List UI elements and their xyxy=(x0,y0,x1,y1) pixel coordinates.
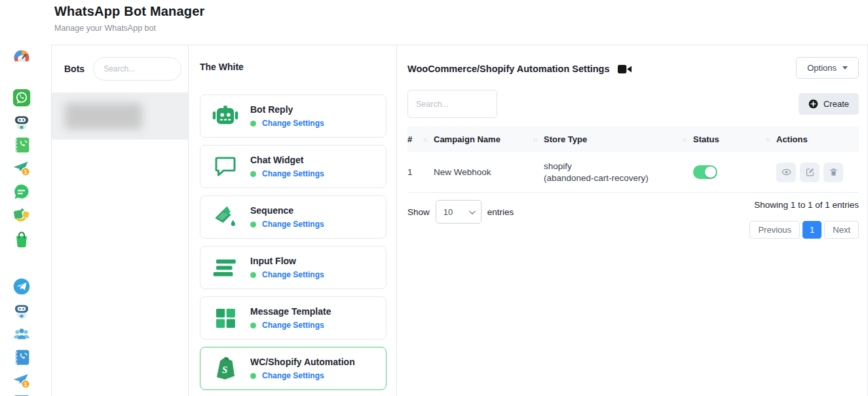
paint-bucket-icon xyxy=(210,203,241,231)
bars-icon xyxy=(210,254,241,281)
card-label: Sequence xyxy=(250,205,324,216)
telegram-broadcast-icon[interactable]: 1 xyxy=(12,372,31,390)
telegram-contacts-icon[interactable] xyxy=(12,348,31,366)
card-message-template[interactable]: Message Template Change Settings xyxy=(200,296,387,340)
delete-button[interactable] xyxy=(823,163,843,182)
edit-icon xyxy=(805,167,815,177)
settings-header: WooCommerce/Shopify Automation Settings … xyxy=(407,57,859,79)
telegram-icon[interactable] xyxy=(12,277,31,296)
page-size-value: 10 xyxy=(443,207,453,217)
column-header-campaign-name[interactable]: Campaign Name↑↓ xyxy=(434,134,544,144)
shopify-icon: S xyxy=(210,355,241,382)
bots-panel-header: Bots xyxy=(52,45,188,92)
entries-label: entries xyxy=(487,207,514,217)
bot-settings-panel: The White Bot Reply Change Settings Chat… xyxy=(189,45,397,396)
settings-title: WooCommerce/Shopify Automation Settings xyxy=(407,64,610,74)
whatsapp-contacts-icon[interactable] xyxy=(12,136,31,154)
table-footer: Show 10 entries Showing 1 to 1 of 1 entr… xyxy=(407,200,859,239)
card-label: WC/Shopify Automation xyxy=(250,357,355,367)
chevron-down-icon xyxy=(469,208,476,214)
change-settings-link[interactable]: Change Settings xyxy=(262,119,324,128)
main-container: Bots The White Bot Reply Change Settings xyxy=(51,45,868,396)
chat-bubble-icon xyxy=(210,153,241,180)
bots-label: Bots xyxy=(64,64,85,74)
page-size-control: Show 10 entries xyxy=(407,200,514,224)
showing-entries-text: Showing 1 to 1 of 1 entries xyxy=(754,200,859,210)
column-header-index[interactable]: #↑↓ xyxy=(407,134,434,144)
app-icon-rail: 1 1 xyxy=(0,0,43,396)
page-size-select[interactable]: 10 xyxy=(436,200,481,224)
status-dot xyxy=(250,323,256,328)
trash-icon xyxy=(829,167,839,177)
sort-icon: ↑↓ xyxy=(683,136,687,143)
create-button[interactable]: Create xyxy=(799,93,859,115)
bot-name-redacted xyxy=(65,103,142,129)
card-chat-widget[interactable]: Chat Widget Change Settings xyxy=(200,145,387,188)
grid-icon xyxy=(210,304,241,332)
whatsapp-bot-manager-app: 1 1 WhatsApp Bot Manager xyxy=(0,0,868,396)
page-title: WhatsApp Bot Manager xyxy=(54,4,205,19)
edit-button[interactable] xyxy=(800,163,820,182)
cell-status xyxy=(693,165,776,179)
card-sequence[interactable]: Sequence Change Settings xyxy=(200,195,387,239)
card-label: Message Template xyxy=(250,306,331,317)
shop-icon[interactable] xyxy=(12,230,31,248)
table-toolbar: Create xyxy=(407,90,859,118)
pagination: Previous 1 Next xyxy=(749,221,859,239)
page-subtitle: Manage your WhatsApp bot xyxy=(54,24,205,33)
change-settings-link[interactable]: Change Settings xyxy=(262,321,324,330)
chevron-down-icon xyxy=(842,66,848,69)
next-page-button[interactable]: Next xyxy=(824,221,859,239)
options-button[interactable]: Options xyxy=(796,57,859,79)
change-settings-link[interactable]: Change Settings xyxy=(262,270,324,279)
telegram-bot-icon[interactable] xyxy=(12,301,31,319)
change-settings-link[interactable]: Change Settings xyxy=(262,169,324,178)
whatsapp-chat-icon[interactable] xyxy=(12,183,31,201)
plus-circle-icon xyxy=(808,99,818,109)
status-dot xyxy=(250,222,256,228)
sort-icon: ↑↓ xyxy=(766,136,770,143)
card-wc-shopify-automation[interactable]: S WC/Shopify Automation Change Settings xyxy=(200,347,387,390)
bots-panel: Bots xyxy=(52,45,189,396)
previous-page-button[interactable]: Previous xyxy=(749,221,800,239)
status-toggle[interactable] xyxy=(693,165,717,179)
current-page-button[interactable]: 1 xyxy=(802,221,821,239)
selected-bot-name: The White xyxy=(200,62,387,72)
view-button[interactable] xyxy=(776,163,796,182)
svg-text:1: 1 xyxy=(24,168,28,175)
svg-text:S: S xyxy=(222,365,227,375)
card-input-flow[interactable]: Input Flow Change Settings xyxy=(200,246,387,289)
integration-icon[interactable] xyxy=(12,207,31,225)
status-dot xyxy=(250,272,256,278)
automation-settings-panel: WooCommerce/Shopify Automation Settings … xyxy=(397,45,867,396)
card-bot-reply[interactable]: Bot Reply Change Settings xyxy=(200,94,387,138)
show-label: Show xyxy=(407,207,430,217)
whatsapp-bot-icon[interactable] xyxy=(12,112,31,130)
status-dot xyxy=(250,171,256,177)
bots-search-input[interactable] xyxy=(93,57,181,81)
bot-list-item-selected[interactable] xyxy=(52,92,188,140)
column-header-store-type[interactable]: Store Type↑↓ xyxy=(544,134,693,144)
sort-icon: ↑↓ xyxy=(533,136,538,143)
table-row: 1 New Webhook shopify (abandoned-cart-re… xyxy=(407,152,859,193)
dashboard-gauge-icon[interactable] xyxy=(12,49,31,68)
campaigns-table: #↑↓ Campaign Name↑↓ Store Type↑↓ Status↑… xyxy=(407,127,859,193)
eye-icon xyxy=(782,167,791,177)
card-label: Bot Reply xyxy=(250,104,324,115)
cell-actions xyxy=(776,163,859,182)
create-button-label: Create xyxy=(823,99,849,109)
card-label: Input Flow xyxy=(250,256,324,266)
table-header-row: #↑↓ Campaign Name↑↓ Store Type↑↓ Status↑… xyxy=(407,127,859,152)
whatsapp-icon[interactable] xyxy=(12,89,31,107)
sort-icon: ↑↓ xyxy=(423,136,428,143)
whatsapp-broadcast-icon[interactable]: 1 xyxy=(12,159,31,178)
video-tutorial-icon[interactable] xyxy=(618,64,632,74)
table-search-input[interactable] xyxy=(407,90,497,118)
column-header-status[interactable]: Status↑↓ xyxy=(693,134,776,144)
status-dot xyxy=(250,121,256,127)
robot-icon xyxy=(210,102,241,130)
change-settings-link[interactable]: Change Settings xyxy=(262,371,324,380)
cell-campaign-name: New Webhook xyxy=(434,167,544,177)
change-settings-link[interactable]: Change Settings xyxy=(262,220,324,229)
telegram-group-icon[interactable] xyxy=(12,325,31,343)
